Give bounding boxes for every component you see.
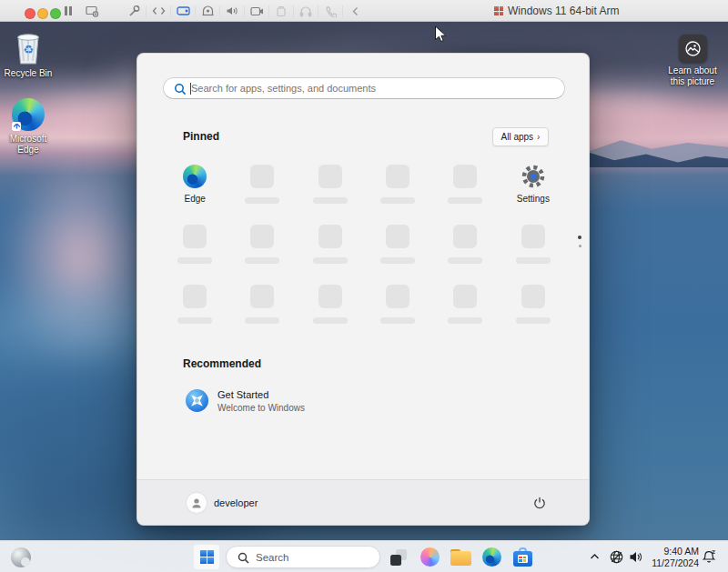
picture-info-icon: [679, 35, 707, 63]
start-search-input[interactable]: [191, 79, 555, 97]
usb-icon[interactable]: [269, 0, 293, 22]
placeholder-app-icon: [318, 165, 342, 188]
pinned-tile-placeholder[interactable]: [500, 217, 567, 274]
tray-clock[interactable]: 9:40 AM 11/27/2024: [646, 546, 699, 568]
page-dot[interactable]: [579, 245, 581, 247]
folder-icon: [450, 549, 471, 566]
placeholder-app-label: [245, 197, 279, 204]
placeholder-app-icon: [318, 285, 342, 308]
taskbar: 9:40 AM 11/27/2024: [0, 540, 728, 572]
person-icon: [190, 497, 203, 509]
hard-disk-icon[interactable]: [171, 0, 195, 22]
pinned-tile-settings[interactable]: Settings: [500, 157, 567, 214]
placeholder-app-icon: [250, 225, 274, 248]
taskbar-search-box[interactable]: [226, 546, 380, 568]
pinned-tile-label: Edge: [184, 194, 205, 204]
page-dot-active[interactable]: [578, 236, 581, 239]
wrench-icon[interactable]: [122, 0, 146, 22]
pinned-tile-placeholder[interactable]: [297, 157, 364, 214]
code-icon[interactable]: [147, 0, 170, 22]
tray-show-hidden-icons[interactable]: [588, 550, 601, 563]
taskbar-search-input[interactable]: [256, 547, 374, 567]
placeholder-app-icon: [250, 285, 274, 308]
camera-icon[interactable]: [245, 0, 268, 22]
placeholder-app-icon: [386, 165, 410, 188]
pinned-tile-placeholder[interactable]: [297, 277, 364, 334]
placeholder-app-label: [380, 317, 415, 324]
placeholder-app-label: [177, 257, 212, 264]
pause-icon[interactable]: [56, 0, 80, 22]
pinned-tile-placeholder[interactable]: [431, 157, 499, 214]
placeholder-app-icon: [453, 285, 477, 308]
user-avatar[interactable]: [187, 493, 207, 513]
start-search-box[interactable]: [163, 77, 565, 99]
tray-date: 11/27/2024: [646, 557, 699, 569]
task-view-button[interactable]: [386, 544, 411, 570]
power-button[interactable]: [529, 492, 551, 514]
desktop-icon-label: Recycle Bin: [5, 68, 53, 79]
pinned-tile-placeholder[interactable]: [228, 157, 296, 214]
placeholder-app-label: [380, 257, 415, 264]
vm-title-text: Windows 11 64-bit Arm: [508, 5, 620, 17]
desktop-icon-microsoft-edge[interactable]: Microsoft Edge: [3, 98, 54, 156]
pinned-tile-placeholder[interactable]: [228, 217, 296, 274]
bell-icon: [702, 549, 716, 565]
svg-text:♻: ♻: [23, 43, 34, 56]
pinned-tile-placeholder[interactable]: [364, 157, 431, 214]
placeholder-app-label: [313, 197, 348, 204]
phone-icon[interactable]: [318, 0, 342, 22]
minimize-window-button[interactable]: [37, 8, 48, 19]
placeholder-app-label: [313, 317, 348, 324]
vm-window: Windows 11 64-bit Arm ♻ Recycle Bin: [0, 0, 728, 572]
all-apps-label: All apps: [501, 132, 534, 142]
vm-titlebar: Windows 11 64-bit Arm: [0, 0, 728, 22]
collapse-toolbar-icon[interactable]: [343, 0, 367, 22]
pinned-page-dots[interactable]: [577, 236, 582, 247]
pinned-tile-edge[interactable]: Edge: [161, 157, 228, 214]
start-button[interactable]: [193, 544, 220, 570]
speaker-icon: [628, 549, 643, 565]
search-icon: [238, 552, 249, 564]
get-started-icon: [185, 388, 209, 413]
vm-window-title: Windows 11 64-bit Arm: [494, 0, 620, 22]
power-icon: [532, 496, 547, 510]
tray-volume-button[interactable]: [628, 549, 643, 568]
start-user-bar: developer: [137, 479, 589, 525]
chevron-right-icon: ›: [537, 133, 540, 142]
snapshots-icon[interactable]: [80, 0, 104, 22]
placeholder-app-icon: [183, 225, 207, 248]
recycle-bin-icon: ♻: [13, 29, 44, 65]
tray-network-button[interactable]: [609, 549, 624, 568]
pinned-tile-placeholder[interactable]: [364, 217, 431, 274]
pinned-tile-placeholder[interactable]: [364, 277, 431, 334]
shortcut-arrow-icon: [12, 122, 21, 131]
copilot-button[interactable]: [417, 544, 442, 570]
pinned-tile-placeholder[interactable]: [297, 217, 364, 274]
placeholder-app-icon: [318, 225, 342, 248]
edge-button[interactable]: [479, 544, 504, 570]
tray-notifications-button[interactable]: [702, 549, 716, 568]
desktop-icon-learn-about-picture[interactable]: Learn about this picture: [665, 35, 720, 87]
pinned-tile-placeholder[interactable]: [228, 277, 296, 334]
pinned-tile-placeholder[interactable]: [161, 217, 228, 274]
placeholder-app-icon: [453, 165, 477, 188]
pinned-tile-placeholder[interactable]: [431, 217, 499, 274]
file-explorer-button[interactable]: [448, 544, 473, 570]
pinned-tile-placeholder[interactable]: [500, 277, 567, 334]
microsoft-store-button[interactable]: [510, 544, 535, 570]
all-apps-button[interactable]: All apps ›: [492, 127, 549, 146]
placeholder-app-label: [177, 317, 212, 324]
desktop-icon-recycle-bin[interactable]: ♻ Recycle Bin: [2, 29, 55, 79]
sound-icon[interactable]: [220, 0, 244, 22]
headphones-icon[interactable]: [294, 0, 318, 22]
placeholder-app-label: [245, 317, 279, 324]
placeholder-app-label: [245, 257, 279, 264]
pinned-tile-placeholder[interactable]: [431, 277, 499, 334]
widgets-weather-icon[interactable]: [11, 547, 31, 567]
cd-drive-icon[interactable]: [196, 0, 219, 22]
close-window-button[interactable]: [25, 8, 35, 19]
pinned-tile-placeholder[interactable]: [161, 277, 228, 334]
vm-toolbar: [56, 0, 367, 22]
recommended-item-get-started[interactable]: Get Started Welcome to Windows: [183, 386, 383, 415]
placeholder-app-icon: [250, 165, 274, 188]
